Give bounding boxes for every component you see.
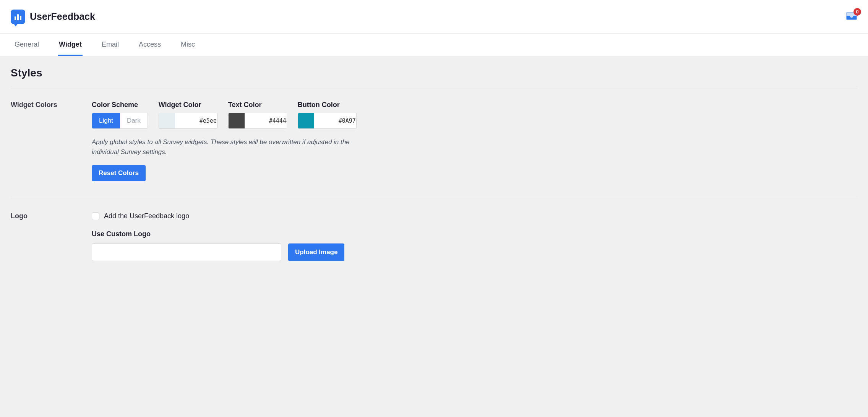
settings-tabs: General Widget Email Access Misc: [0, 34, 868, 56]
button-color-text[interactable]: [314, 113, 357, 128]
tab-widget[interactable]: Widget: [58, 34, 83, 56]
section-title-styles: Styles: [11, 67, 857, 79]
topbar: UserFeedback 0: [0, 0, 868, 34]
color-scheme-toggle: Light Dark: [92, 113, 148, 129]
widget-colors-help: Apply global styles to all Survey widget…: [92, 137, 352, 157]
inbox-button[interactable]: 0: [846, 12, 857, 22]
field-text-color: Text Color: [228, 101, 287, 129]
tab-email[interactable]: Email: [101, 34, 120, 56]
button-color-input[interactable]: [298, 113, 357, 129]
widget-color-swatch[interactable]: [159, 113, 175, 128]
group-label-logo: Logo: [11, 212, 92, 220]
button-color-swatch[interactable]: [298, 113, 314, 128]
label-button-color: Button Color: [298, 101, 357, 109]
field-button-color: Button Color: [298, 101, 357, 129]
widget-color-input[interactable]: [159, 113, 217, 129]
field-color-scheme: Color Scheme Light Dark: [92, 101, 148, 129]
label-text-color: Text Color: [228, 101, 287, 109]
reset-colors-button[interactable]: Reset Colors: [92, 165, 146, 181]
text-color-text[interactable]: [245, 113, 287, 128]
add-logo-label: Add the UserFeedback logo: [104, 212, 189, 220]
brand-name: UserFeedback: [30, 11, 95, 22]
tab-access[interactable]: Access: [138, 34, 162, 56]
group-label-widget-colors: Widget Colors: [11, 101, 92, 109]
color-scheme-dark[interactable]: Dark: [120, 113, 148, 128]
inbox-badge: 0: [853, 8, 861, 16]
group-widget-colors: Widget Colors Color Scheme Light Dark Wi…: [11, 101, 857, 181]
widget-color-text[interactable]: [175, 113, 217, 128]
tab-general[interactable]: General: [14, 34, 40, 56]
field-widget-color: Widget Color: [159, 101, 217, 129]
brand: UserFeedback: [11, 10, 95, 24]
label-widget-color: Widget Color: [159, 101, 217, 109]
divider: [11, 198, 857, 198]
custom-logo-path-input[interactable]: [92, 243, 281, 261]
tab-misc[interactable]: Misc: [180, 34, 196, 56]
label-color-scheme: Color Scheme: [92, 101, 148, 109]
content: Styles Widget Colors Color Scheme Light …: [0, 56, 868, 282]
divider: [11, 87, 857, 87]
color-scheme-light[interactable]: Light: [92, 113, 120, 128]
text-color-input[interactable]: [228, 113, 287, 129]
brand-logo-icon: [11, 10, 25, 24]
group-logo: Logo Add the UserFeedback logo Use Custo…: [11, 212, 857, 261]
upload-image-button[interactable]: Upload Image: [288, 243, 344, 261]
label-custom-logo: Use Custom Logo: [92, 230, 857, 238]
text-color-swatch[interactable]: [229, 113, 245, 128]
add-logo-checkbox[interactable]: [92, 213, 99, 220]
